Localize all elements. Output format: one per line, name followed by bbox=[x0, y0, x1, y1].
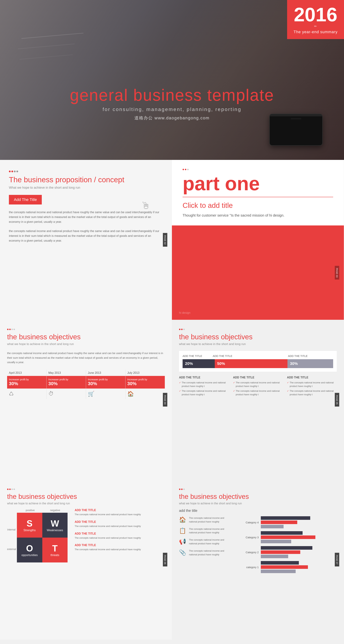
timeline-header-1: May 2013 bbox=[47, 370, 86, 376]
hero-phone bbox=[269, 114, 323, 146]
col-item-0-0: ✓ The concepts national income and natio… bbox=[179, 381, 229, 388]
internal-label: internal bbox=[7, 521, 17, 531]
slide-6-left: the business objectives what we hope to … bbox=[0, 480, 172, 640]
col-0: ADD THE TITLE ✓ The concepts national in… bbox=[179, 376, 229, 396]
bar-seg-dark: 20% bbox=[183, 359, 215, 368]
swot-item-text-2: The concepts national income and nationa… bbox=[75, 536, 167, 540]
col-2: ADD THE TITLE ✓ The concepts national in… bbox=[287, 376, 337, 396]
external-label: external bbox=[7, 548, 17, 554]
hbar-b2-1 bbox=[261, 550, 300, 554]
swot-s-letter: S bbox=[27, 518, 33, 529]
list-text-2: The concepts national income and nationa… bbox=[189, 538, 232, 546]
page-label-5: PAGE 05 bbox=[335, 393, 339, 406]
slide7-main: 🏠 The concepts national income and natio… bbox=[179, 516, 337, 576]
hbar-bars-0 bbox=[261, 516, 337, 528]
list-icon-3: 📎 bbox=[179, 549, 186, 556]
slide6-title: the business objectives bbox=[7, 493, 167, 500]
slide2-title: The business proposition / concept bbox=[9, 176, 163, 184]
hbar-cat-0: Category 4 bbox=[238, 521, 261, 524]
hbar-cat-3: category 1 bbox=[238, 566, 261, 569]
timeline-header-0: April 2013 bbox=[7, 370, 46, 376]
timeline-cell-2: Increaser profit by 30% bbox=[86, 376, 125, 388]
hero-main-title: general business template bbox=[0, 86, 344, 104]
phone-top-bar bbox=[270, 114, 322, 116]
timeline-val-3: 30% bbox=[127, 381, 163, 386]
hbar-row-2: Category 2 bbox=[238, 546, 337, 558]
swot-s-word: Strengths bbox=[24, 529, 36, 532]
col-item-2-1: ✓ The concepts national income and natio… bbox=[287, 389, 337, 396]
hbar-b3-2 bbox=[261, 570, 296, 573]
phone-speaker bbox=[291, 118, 301, 120]
col-item-1-0: ✓ The concepts national income and natio… bbox=[233, 381, 283, 388]
hero-desc: for consulting, management, planning, re… bbox=[0, 106, 344, 112]
col-title-2: ADD THE TITLE bbox=[287, 376, 337, 379]
page-label-6: PAGE 06 bbox=[163, 553, 167, 566]
timeline-icon-0: ♺ bbox=[7, 388, 46, 399]
swot-layout: positive negative internal external S St… bbox=[7, 509, 167, 562]
col-item-0-1: ✓ The concepts national income and natio… bbox=[179, 389, 229, 396]
swot-items: ADD THE TITLE The concepts national inco… bbox=[71, 509, 167, 562]
slide-row-4-5: the business objectives what we hope to … bbox=[0, 320, 344, 480]
neg-label: negative bbox=[43, 509, 68, 512]
swot-main: internal external S Strengths W Weakness… bbox=[7, 513, 68, 562]
list-text-3: The concepts national income and nationa… bbox=[189, 549, 232, 556]
page-label-2: PAGE 02 bbox=[163, 233, 167, 246]
dots-7 bbox=[179, 488, 337, 490]
timeline-label-0: Increaser profit by bbox=[9, 378, 45, 381]
bar-header-3: ADD THE TITLE bbox=[288, 354, 333, 358]
timeline-container: April 2013 Increaser profit by 30% ♺ May… bbox=[7, 370, 165, 399]
hbar-b2-0 bbox=[261, 546, 312, 550]
timeline-header-3: July 2013 bbox=[126, 370, 165, 376]
pos-label: positive bbox=[18, 509, 43, 512]
mouse-icon: 🖱 bbox=[141, 201, 151, 210]
list-row-0: 🏠 The concepts national income and natio… bbox=[179, 516, 232, 524]
dot2 bbox=[11, 170, 13, 172]
bar-val-1: 50% bbox=[217, 361, 225, 366]
timeline-val-1: 30% bbox=[48, 381, 84, 386]
swot-t-letter: T bbox=[52, 543, 58, 554]
hbar-row-1: Category 3 bbox=[238, 531, 337, 543]
hbar-b1-0 bbox=[261, 531, 302, 535]
list-text-0: The concepts national income and nationa… bbox=[189, 516, 232, 524]
timeline-header-2: June 2013 bbox=[86, 370, 125, 376]
timeline-val-2: 30% bbox=[88, 381, 124, 386]
hbar-b1-2 bbox=[261, 540, 291, 543]
hbar-b0-0 bbox=[261, 516, 310, 520]
swot-o-word: opportunities bbox=[21, 554, 38, 557]
hi-design-label: hi design bbox=[179, 311, 190, 314]
page-label-4: PAGE 04 bbox=[163, 393, 167, 406]
timeline-label-3: Increaser profit by bbox=[127, 378, 163, 381]
list-row-2: 📢 The concepts national income and natio… bbox=[179, 538, 232, 546]
hbar-cat-1: Category 3 bbox=[238, 536, 261, 539]
timeline-val-0: 30% bbox=[9, 381, 45, 386]
hbar-b3-0 bbox=[261, 561, 299, 564]
slide5-sub: what we hope to achieve in the short and… bbox=[179, 342, 337, 346]
dot1 bbox=[9, 170, 11, 172]
col-title-0: ADD THE TITLE bbox=[179, 376, 229, 379]
timeline-col-1: May 2013 Increaser profit by 30% ⏱ bbox=[47, 370, 86, 399]
bar-track: 20% 50% 30% bbox=[183, 359, 333, 368]
part-one-red: hi design PAGE 03 bbox=[172, 226, 344, 320]
swot-grid: S Strengths W Weaknesses O opportunities bbox=[17, 513, 68, 562]
swot-item-title-0: ADD THE TITLE bbox=[75, 509, 167, 512]
part-one-white-top: part one Click to add title Thought for … bbox=[172, 160, 344, 226]
hbar-bars-1 bbox=[261, 531, 337, 543]
swot-item-3: ADD THE TITLE The concepts national inco… bbox=[75, 544, 167, 552]
bar-val-0: 20% bbox=[185, 361, 193, 366]
dot-p1 bbox=[183, 169, 184, 170]
col-item-2-0: ✓ The concepts national income and natio… bbox=[287, 381, 337, 388]
slide4-body: the concepts national income and nationa… bbox=[7, 351, 165, 364]
timeline-label-1: Increaser profit by bbox=[48, 378, 84, 381]
list-text-1: The concepts national income and nationa… bbox=[189, 527, 232, 535]
hbar-b1-1 bbox=[261, 536, 315, 539]
page-label-3: PAGE 03 bbox=[335, 266, 339, 280]
bar-header-0: ADD THE TITLE bbox=[183, 354, 213, 358]
slide5-title: the business objectives bbox=[179, 333, 337, 341]
dots-5 bbox=[179, 329, 337, 330]
add-title-button[interactable]: Add The Title bbox=[9, 195, 42, 204]
slide-7-right: the business objectives what we hope to … bbox=[172, 480, 344, 640]
swot-item-title-3: ADD THE TITLE bbox=[75, 544, 167, 547]
list-icon-1: 📋 bbox=[179, 527, 186, 534]
slide-5-right: the business objectives what we hope to … bbox=[172, 320, 344, 480]
timeline-col-2: June 2013 Increaser profit by 30% 🛒 bbox=[86, 370, 126, 399]
